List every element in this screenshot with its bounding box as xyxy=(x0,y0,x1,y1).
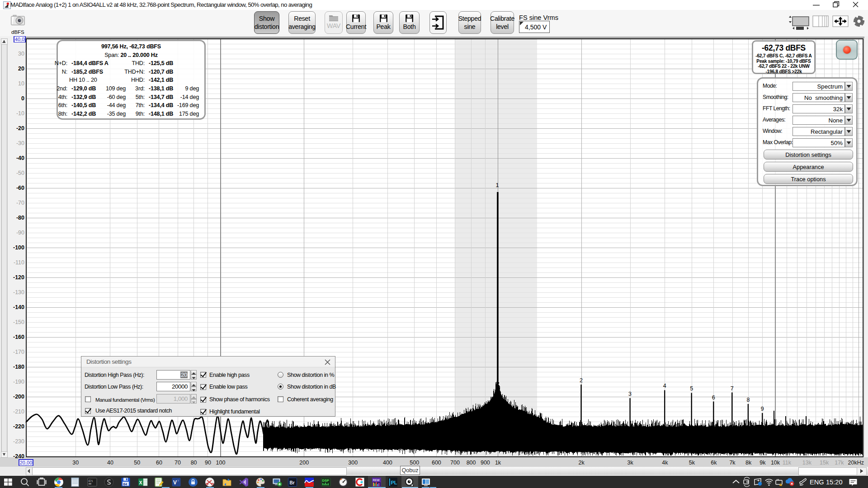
svg-text:20: 20 xyxy=(18,66,24,72)
svg-text:0: 0 xyxy=(21,95,24,102)
svg-text:-210: -210 xyxy=(13,408,24,415)
svg-text:-10: -10 xyxy=(16,110,24,117)
svg-text:-60: -60 xyxy=(16,185,24,191)
svg-text:V: V xyxy=(173,479,177,486)
svg-text:800: 800 xyxy=(467,460,476,466)
svg-text:-50: -50 xyxy=(16,170,24,176)
svg-text:700: 700 xyxy=(450,460,460,466)
svg-text:-200: -200 xyxy=(13,394,24,400)
svg-text:3: 3 xyxy=(628,391,632,397)
svg-text:-170: -170 xyxy=(13,349,24,355)
svg-text:-100: -100 xyxy=(13,244,24,251)
svg-text:64: 64 xyxy=(123,482,127,486)
svg-text:-160: -160 xyxy=(13,334,24,340)
svg-text:60: 60 xyxy=(156,460,162,466)
svg-text:11k: 11k xyxy=(783,460,792,466)
svg-text:C:\: C:\ xyxy=(89,479,93,483)
svg-text:9k: 9k xyxy=(760,460,766,466)
svg-text:8k: 8k xyxy=(745,460,752,466)
svg-text:-150: -150 xyxy=(13,319,24,325)
svg-text:20kHz: 20kHz xyxy=(848,460,864,466)
svg-text:1: 1 xyxy=(495,182,499,188)
svg-text:-90: -90 xyxy=(16,230,24,236)
svg-text:17k: 17k xyxy=(835,460,844,466)
svg-text:4: 4 xyxy=(663,383,666,389)
svg-text:X: X xyxy=(139,479,142,485)
svg-text:10: 10 xyxy=(18,80,24,87)
svg-text:9: 9 xyxy=(761,406,764,412)
svg-text:-40: -40 xyxy=(16,155,24,161)
svg-text:REW: REW xyxy=(373,479,380,482)
svg-text:2k: 2k xyxy=(579,460,585,466)
svg-text:40,0: 40,0 xyxy=(15,37,24,42)
svg-text:400: 400 xyxy=(383,460,392,466)
svg-text:80: 80 xyxy=(191,460,197,466)
svg-text:50: 50 xyxy=(134,460,140,466)
svg-text:Br: Br xyxy=(290,480,295,485)
svg-text:4k: 4k xyxy=(662,460,668,466)
svg-text:900: 900 xyxy=(481,460,490,466)
svg-text:8: 8 xyxy=(746,397,750,403)
svg-text:-190: -190 xyxy=(13,379,24,385)
svg-text:10k: 10k xyxy=(771,460,780,466)
svg-text:-110: -110 xyxy=(14,259,24,266)
svg-text:-130: -130 xyxy=(13,289,24,296)
svg-text:200: 200 xyxy=(299,460,309,466)
svg-text:-180: -180 xyxy=(13,364,24,370)
svg-text:?: ? xyxy=(177,479,179,483)
svg-text:500: 500 xyxy=(410,460,419,466)
svg-text:2: 2 xyxy=(580,377,583,384)
svg-text:5: 5 xyxy=(690,385,693,392)
svg-text:6: 6 xyxy=(712,394,715,401)
svg-text:70: 70 xyxy=(175,460,181,466)
svg-text:100: 100 xyxy=(216,460,226,466)
svg-text:-120: -120 xyxy=(13,274,24,281)
svg-text:-70: -70 xyxy=(16,200,24,206)
svg-text:6k: 6k xyxy=(711,460,717,466)
svg-text:-140: -140 xyxy=(13,304,24,310)
svg-text:3k: 3k xyxy=(627,460,634,466)
svg-text:300: 300 xyxy=(348,460,358,466)
svg-text:20,00: 20,00 xyxy=(20,460,33,465)
svg-text:1k: 1k xyxy=(495,460,501,466)
svg-text:-230: -230 xyxy=(13,438,24,445)
svg-text:-240: -240 xyxy=(13,453,24,460)
svg-text:30: 30 xyxy=(72,460,79,466)
svg-text:PL: PL xyxy=(391,480,397,485)
svg-text:-20: -20 xyxy=(16,125,24,131)
svg-text:DSP: DSP xyxy=(322,479,329,483)
svg-text:13k: 13k xyxy=(802,460,812,466)
svg-text:-30: -30 xyxy=(16,140,24,146)
svg-text:5k: 5k xyxy=(689,460,695,466)
svg-text:-80: -80 xyxy=(16,215,24,221)
svg-text:40: 40 xyxy=(107,460,113,466)
svg-text:15k: 15k xyxy=(820,460,829,466)
svg-text:30: 30 xyxy=(18,51,24,57)
svg-text:7: 7 xyxy=(731,385,734,392)
svg-text:7k: 7k xyxy=(729,460,736,466)
svg-text:600: 600 xyxy=(432,460,441,466)
svg-text:90: 90 xyxy=(205,460,211,466)
svg-text:-220: -220 xyxy=(13,423,24,430)
